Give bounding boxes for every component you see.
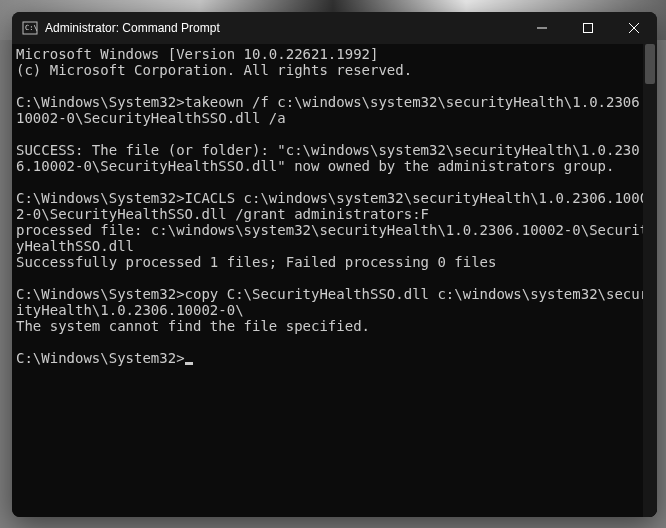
terminal-line: (c) Microsoft Corporation. All rights re… (16, 62, 653, 78)
terminal-line: C:\Windows\System32>copy C:\SecurityHeal… (16, 286, 653, 318)
terminal-line: processed file: c:\windows\system32\secu… (16, 222, 653, 254)
terminal-line (16, 174, 653, 190)
cmd-icon: C:\ (22, 20, 38, 36)
terminal-line: C:\Windows\System32>takeown /f c:\window… (16, 94, 653, 126)
cursor (185, 362, 193, 365)
terminal-line (16, 78, 653, 94)
titlebar[interactable]: C:\ Administrator: Command Prompt (12, 12, 657, 44)
svg-rect-3 (584, 24, 593, 33)
window-controls (519, 12, 657, 44)
terminal-line: The system cannot find the file specifie… (16, 318, 653, 334)
terminal-line (16, 126, 653, 142)
terminal-line: Microsoft Windows [Version 10.0.22621.19… (16, 46, 653, 62)
terminal-line (16, 334, 653, 350)
scrollbar[interactable] (643, 44, 657, 517)
scrollbar-thumb[interactable] (645, 44, 655, 84)
command-prompt-window: C:\ Administrator: Command Prompt Micros… (12, 12, 657, 517)
terminal-line: SUCCESS: The file (or folder): "c:\windo… (16, 142, 653, 174)
terminal-line: Successfully processed 1 files; Failed p… (16, 254, 653, 270)
terminal-line (16, 270, 653, 286)
close-button[interactable] (611, 12, 657, 44)
terminal-line: C:\Windows\System32> (16, 350, 653, 366)
window-title: Administrator: Command Prompt (45, 21, 220, 35)
terminal-line: C:\Windows\System32>ICACLS c:\windows\sy… (16, 190, 653, 222)
minimize-button[interactable] (519, 12, 565, 44)
terminal-output[interactable]: Microsoft Windows [Version 10.0.22621.19… (12, 44, 657, 517)
svg-text:C:\: C:\ (25, 24, 38, 32)
maximize-button[interactable] (565, 12, 611, 44)
